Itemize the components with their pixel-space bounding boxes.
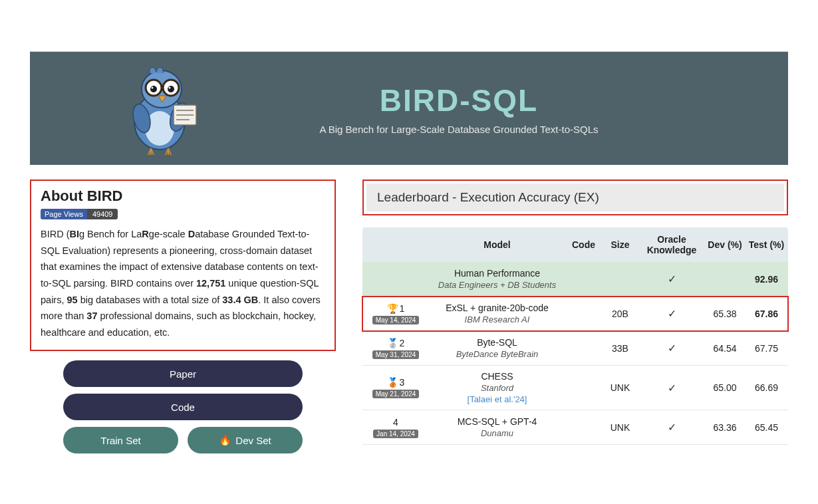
svg-point-5: [150, 86, 157, 92]
dataset-button-row: Train Set 🔥 Dev Set: [63, 427, 303, 453]
cell-size: 20B: [602, 309, 638, 319]
rank-number: 4: [393, 417, 398, 428]
cell-size: UNK: [602, 382, 638, 393]
cell-rank: 🏆1May 14, 2024: [362, 303, 429, 324]
human-performance-row: Human Performance Data Engineers + DB St…: [362, 262, 788, 297]
svg-point-8: [169, 87, 171, 89]
cell-dev: 65.00: [705, 382, 745, 393]
leaderboard-row: 🥉3May 21, 2024CHESSStanford[Talaei et al…: [362, 366, 788, 410]
rank-date: May 31, 2024: [372, 350, 420, 359]
cell-size: 33B: [602, 343, 638, 354]
rank-number: 1: [400, 303, 405, 314]
page-frame: BIRD-SQL A Big Bench for Large-Scale Dat…: [30, 40, 788, 453]
button-group: Paper Code Train Set 🔥 Dev Set: [30, 360, 336, 453]
leaderboard-title: Leaderboard - Execution Accuracy (EX): [366, 184, 784, 211]
cell-test: 67.75: [745, 343, 788, 354]
cell-dev: 63.36: [705, 422, 745, 433]
cell-rank: 4Jan 14, 2024: [362, 417, 429, 438]
col-code-header: Code: [565, 239, 602, 250]
content-columns: About BIRD Page Views 49409 BIRD (BIg Be…: [30, 180, 788, 453]
cell-oracle: ✓: [638, 273, 705, 285]
paper-button[interactable]: Paper: [63, 360, 303, 387]
cell-test: 65.45: [745, 422, 788, 433]
leaderboard-row: 🏆1May 14, 2024ExSL + granite-20b-codeIBM…: [362, 297, 788, 331]
cell-test: 92.96: [745, 274, 788, 285]
cell-oracle: ✓: [638, 307, 705, 320]
hero-subtitle: A Big Bench for Large-Scale Database Gro…: [209, 124, 708, 135]
model-sub: Dunamu: [429, 428, 565, 438]
medal-icon: 🥉: [387, 377, 398, 388]
cell-model: ExSL + granite-20b-codeIBM Research AI: [429, 303, 565, 324]
col-oracle-header: Oracle Knowledge: [638, 234, 705, 255]
train-set-button[interactable]: Train Set: [63, 427, 178, 453]
bird-mascot: [110, 59, 209, 158]
about-box: About BIRD Page Views 49409 BIRD (BIg Be…: [30, 180, 336, 351]
cell-oracle: ✓: [638, 421, 705, 434]
badge-label: Page Views: [41, 209, 87, 219]
cell-model: Human Performance Data Engineers + DB St…: [429, 268, 565, 290]
cell-rank: 🥈2May 31, 2024: [362, 338, 429, 359]
rank-date: Jan 14, 2024: [373, 430, 418, 438]
right-column: Leaderboard - Execution Accuracy (EX) Mo…: [362, 180, 788, 453]
rank-date: May 21, 2024: [372, 390, 420, 398]
cell-dev: 65.38: [705, 309, 745, 319]
model-name: MCS-SQL + GPT-4: [429, 416, 565, 427]
cell-oracle: ✓: [638, 382, 705, 394]
leaderboard-row: 🥈2May 31, 2024Byte-SQLByteDance ByteBrai…: [362, 331, 788, 366]
cell-dev: 64.54: [705, 343, 745, 354]
model-name: ExSL + granite-20b-code: [429, 303, 565, 313]
left-column: About BIRD Page Views 49409 BIRD (BIg Be…: [30, 180, 336, 453]
about-body: BIRD (BIg Bench for LaRge-scale Database…: [41, 226, 325, 340]
badge-count: 49409: [87, 209, 118, 219]
rank-number: 3: [400, 377, 405, 388]
medal-icon: 🥈: [387, 338, 398, 348]
pageviews-badge: Page Views 49409: [41, 209, 325, 219]
leaderboard-title-box: Leaderboard - Execution Accuracy (EX): [362, 180, 788, 215]
svg-point-6: [168, 86, 174, 92]
hero-title: BIRD-SQL: [209, 82, 708, 118]
cell-rank: 🥉3May 21, 2024: [362, 377, 429, 398]
leaderboard-table: Model Code Size Oracle Knowledge Dev (%)…: [362, 227, 788, 445]
model-name: CHESS: [429, 371, 565, 382]
browser-chrome: [30, 40, 788, 52]
cell-oracle: ✓: [638, 342, 705, 354]
model-sub: ByteDance ByteBrain: [429, 349, 565, 359]
about-heading: About BIRD: [41, 188, 325, 205]
medal-icon: 🏆: [387, 303, 398, 314]
cell-test: 67.86: [745, 309, 788, 319]
model-link[interactable]: [Talaei et al.'24]: [429, 394, 565, 404]
fire-icon: 🔥: [219, 434, 231, 446]
model-name: Human Performance: [429, 268, 565, 279]
cell-model: Byte-SQLByteDance ByteBrain: [429, 337, 565, 359]
model-name: Byte-SQL: [429, 337, 565, 348]
svg-point-7: [152, 87, 154, 89]
col-model-header: Model: [429, 239, 565, 250]
code-button[interactable]: Code: [63, 394, 303, 420]
leaderboard-row: 4Jan 14, 2024MCS-SQL + GPT-4DunamuUNK✓63…: [362, 410, 788, 445]
dev-set-label: Dev Set: [235, 435, 271, 446]
leaderboard-rows: 🏆1May 14, 2024ExSL + granite-20b-codeIBM…: [362, 297, 788, 445]
bird-icon: [110, 59, 209, 158]
hero-banner: BIRD-SQL A Big Bench for Large-Scale Dat…: [30, 52, 788, 165]
dev-set-button[interactable]: 🔥 Dev Set: [188, 427, 303, 453]
cell-test: 66.69: [745, 382, 788, 393]
rank-number: 2: [400, 338, 405, 348]
col-size-header: Size: [602, 239, 638, 250]
cell-size: UNK: [602, 422, 638, 433]
cell-model: MCS-SQL + GPT-4Dunamu: [429, 416, 565, 438]
cell-model: CHESSStanford[Talaei et al.'24]: [429, 371, 565, 404]
hero-text: BIRD-SQL A Big Bench for Large-Scale Dat…: [209, 82, 788, 135]
rank-date: May 14, 2024: [372, 316, 420, 324]
col-test-header: Test (%): [745, 239, 788, 250]
model-sub: IBM Research AI: [429, 315, 565, 324]
model-sub: Stanford: [429, 383, 565, 393]
col-dev-header: Dev (%): [705, 239, 745, 250]
leaderboard-header-row: Model Code Size Oracle Knowledge Dev (%)…: [362, 227, 788, 262]
model-sub: Data Engineers + DB Students: [429, 280, 565, 290]
